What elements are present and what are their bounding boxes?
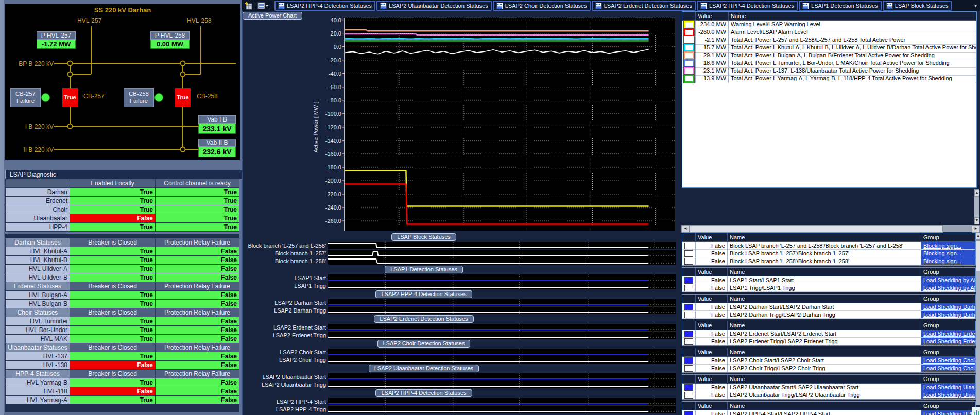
detail-name: LSAP2 HPP-4 Start/LSAP2 HPP-4 Start (728, 410, 921, 415)
horizontal-scrollbar[interactable]: ◄ ► (681, 225, 980, 232)
detail-header-row: ValueNameGroup (682, 295, 975, 303)
row-label: HVL Bulgan-A (6, 291, 70, 300)
tab-lsap2-erdenet-detection-statuses[interactable]: LSAP2 Erdenet Detection Statuses (592, 1, 696, 11)
tab-lsap1-detection-statuses[interactable]: LSAP1 Detection Statuses (799, 1, 882, 11)
boolean-row-label: Block branch 'L-257' (243, 250, 328, 256)
detail-group-link[interactable]: Load Shedding Choir by AP (the 2nd stage… (921, 365, 975, 372)
scrollbar-trough[interactable] (943, 225, 972, 232)
detail-row[interactable]: FalseLSAP2 Darhan Start/LSAP2 Darhan Sta… (682, 303, 975, 311)
feeder-label-hvl-258: HVL-258 (187, 17, 211, 24)
legend-row[interactable]: 18.6 MWTotal Act. Power L Tumurtei, L Bo… (682, 59, 976, 67)
series-color-swatch (684, 36, 694, 44)
scroll-up-icon[interactable]: ▲ (976, 233, 980, 240)
legend-row[interactable]: -234.0 MWWarning Level/LSAP Warning Leve… (682, 21, 976, 28)
row-label: Erdenet (6, 197, 70, 205)
tables-vertical-scrollbar[interactable]: ▲ (976, 233, 980, 405)
y-tick-label: 40.0 (331, 18, 341, 23)
detail-group-link[interactable]: Blocking sign... (921, 242, 975, 250)
scroll-down-icon[interactable]: ▼ (974, 217, 979, 224)
detail-group-link[interactable]: Load Shedding HPP-4 by AP (the 2nd stage… (921, 410, 975, 415)
signal-color-swatch (684, 312, 693, 318)
detail-row[interactable]: FalseLSAP1 Start/LSAP1 StartLoad Sheddin… (682, 276, 975, 284)
detail-row[interactable]: FalseLSAP1 Trigg/LSAP1 TriggLoad Sheddin… (682, 284, 975, 292)
legend-vertical-scrollbar[interactable]: ▲ ▼ (974, 189, 979, 223)
detail-row[interactable]: FalseLSAP2 Erdenet Start/LSAP2 Erdenet S… (682, 330, 975, 338)
breaker-cell: True (70, 352, 156, 361)
detail-row[interactable]: FalseBlock LSAP branch 'L-257'/Block bra… (682, 250, 975, 257)
detail-group-link[interactable]: Load Shedding by AP (the 1st stage)/ (921, 284, 975, 292)
detail-header-cell: Value (696, 321, 728, 330)
detail-row[interactable]: FalseLSAP2 Erdenet Trigg/LSAP2 Erdenet T… (682, 338, 975, 345)
scroll-left-icon[interactable]: ◄ (681, 225, 690, 233)
detail-group-link[interactable]: Blocking sign... (921, 250, 975, 257)
tab-lsap2-choir-detection-statuses[interactable]: LSAP2 Choir Detection Statuses (493, 1, 591, 11)
legend-row[interactable]: -260.0 MWAlarm Level/LSAP Alarm Level (682, 28, 976, 36)
detail-group-link[interactable]: Load Shedding by AP (the 1st stage)/ (921, 276, 975, 284)
detail-group-link[interactable]: Load Shedding Erdenet by AP (the 2nd sta… (921, 338, 975, 345)
detail-value: False (696, 330, 728, 338)
legend-table: ValueName-234.0 MWWarning Level/LSAP War… (682, 11, 977, 188)
boolean-row: LSAP2 Choir Start (243, 349, 682, 356)
detail-group-link[interactable]: Load Shedding Darhan by AP (the 2nd stag… (921, 303, 975, 311)
detail-table: ValueNameGroupFalseLSAP2 Ulaanbaatar Sta… (682, 374, 976, 400)
col-header: Breaker is Closed (70, 238, 156, 247)
detail-group-link[interactable]: Load Shedding Ulaanbaatar by AP (the 2nd… (921, 391, 975, 399)
tab-lsap-block-statuses[interactable]: LSAP Block Statuses (883, 1, 952, 11)
detail-row[interactable]: FalseLSAP2 Choir Start/LSAP2 Choir Start… (682, 357, 975, 365)
detail-row[interactable]: FalseLSAP2 Ulaanbaatar Start/LSAP2 Ulaan… (682, 384, 975, 391)
tab-label: LSAP2 Ulaanbaatar Detection Statuses (389, 3, 488, 9)
row-label: HVL Uildver-A (6, 265, 70, 273)
detail-swatch-cell (682, 257, 696, 265)
cb-258-ok-indicator (154, 93, 163, 102)
tab-lsap2-hpp-4-detection-statuses[interactable]: LSAP2 HPP-4 Detection Statuses (697, 1, 798, 11)
detail-name: LSAP2 Darhan Trigg/LSAP2 Darhan Trigg (728, 311, 921, 319)
add-calculation-icon[interactable] (245, 2, 253, 10)
relay-cell: False (156, 247, 239, 256)
legend-row[interactable]: 23.1 MWTotal Act. Power L-137, L-138/Ula… (682, 67, 976, 75)
boolean-trace (328, 257, 676, 265)
detail-row[interactable]: FalseBlock LSAP branch 'L-257 and L-258'… (682, 242, 975, 250)
boolean-row: LSAP1 Start (243, 274, 682, 282)
relay-cell: False (156, 273, 239, 282)
tab-overflow-icon[interactable]: ▾ (974, 3, 980, 8)
vab-2-box: Vab II B 232.6 kV (198, 139, 236, 157)
series-color-swatch (684, 59, 694, 67)
legend-header-row: ValueName (682, 12, 976, 21)
left-scroll-strip[interactable] (0, 0, 4, 415)
scroll-right-icon[interactable]: ► (972, 225, 980, 233)
list-options-icon[interactable] (257, 2, 269, 10)
detail-row[interactable]: FalseLSAP2 Choir Trigg/LSAP2 Choir Trigg… (682, 365, 975, 372)
detail-row[interactable]: FalseLSAP2 Ulaanbaatar Trigg/LSAP2 Ulaan… (682, 391, 975, 399)
tab-lsap2-hpp-4-detection-statuses[interactable]: LSAP2 HPP-4 Detection Statuses (274, 1, 375, 11)
scroll-up-icon[interactable]: ▲ (974, 189, 979, 197)
boolean-trace (328, 349, 676, 356)
legend-row[interactable]: 29.1 MWTotal Act. Power L Bulgan-A, L Bu… (682, 51, 976, 59)
cb-257-failure-box: CB-257 Failure (10, 88, 41, 107)
detail-group-link[interactable]: Load Shedding Darhan by AP (the 2nd stag… (921, 311, 975, 319)
legend-row[interactable]: 15.7 MWTotal Act. Power L Khutul-A, L Kh… (682, 44, 976, 51)
fit-view-icon[interactable] (972, 407, 980, 415)
y-tick-label: -220.0 (325, 191, 341, 197)
cb-258-failure-line1: CB-258 (124, 90, 153, 97)
corner-cell (6, 179, 70, 188)
legend-row[interactable]: -2.1 MWTotal Act. Power L-257 and L-258/… (682, 36, 976, 44)
row-label: HVL-138 (6, 361, 70, 370)
detail-group-link[interactable]: Load Shedding Erdenet by AP (the 2nd sta… (921, 330, 975, 338)
detail-header-row: ValueNameGroup (682, 321, 975, 330)
scrollbar-thumb[interactable] (976, 240, 980, 271)
legend-row[interactable]: 13.9 MWTotal Act. Power L Yarmag-A, L Ya… (682, 75, 976, 82)
boolean-row-label: LSAP2 Choir Start (243, 349, 328, 355)
detail-row[interactable]: FalseLSAP2 Darhan Trigg/LSAP2 Darhan Tri… (682, 311, 975, 319)
substation-diagram: SS 220 kV Darhan HVL-257 HVL-258 P HVL-2… (5, 4, 240, 160)
detail-row[interactable]: FalseBlock LSAP branch 'L-258'/Block bra… (682, 257, 975, 265)
detail-row[interactable]: FalseLSAP2 HPP-4 Start/LSAP2 HPP-4 Start… (682, 410, 975, 415)
detail-group-link[interactable]: Blocking sign... (921, 257, 975, 265)
detail-group-link[interactable]: Load Shedding Choir by AP (the 2nd stage… (921, 357, 975, 365)
detail-group-link[interactable]: Load Shedding Ulaanbaatar by AP (the 2nd… (921, 384, 975, 391)
tab-lsap2-ulaanbaatar-detection-statuses[interactable]: LSAP2 Ulaanbaatar Detection Statuses (376, 1, 492, 11)
detail-header-cell (682, 321, 696, 330)
row-label: HVL Yarmag-B (6, 378, 70, 387)
chart-group-title-wrap: LSAP2 HPP-4 Detection Statuses (243, 389, 605, 397)
scrollbar-thumb[interactable] (690, 225, 943, 233)
breaker-cell: True (70, 247, 156, 256)
